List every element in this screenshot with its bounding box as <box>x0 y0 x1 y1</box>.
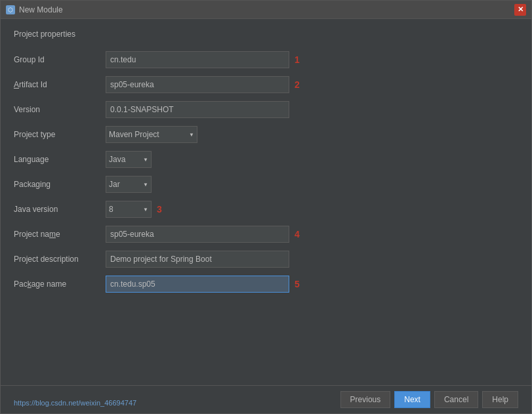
group-id-input[interactable] <box>106 51 289 68</box>
version-row: Version <box>14 99 518 120</box>
title-bar: ⬡ New Module ✕ <box>1 1 531 19</box>
project-type-label: Project type <box>14 130 106 139</box>
java-version-row: Java version 8 11 17 3 <box>14 199 518 220</box>
close-button[interactable]: ✕ <box>514 4 526 16</box>
window-title: New Module <box>19 5 63 14</box>
group-id-badge: 1 <box>295 54 300 65</box>
language-row: Language Java Kotlin Groovy <box>14 149 518 170</box>
language-select[interactable]: Java Kotlin Groovy <box>106 151 152 168</box>
cancel-button[interactable]: Cancel <box>434 391 478 408</box>
version-input[interactable] <box>106 101 289 118</box>
window-icon: ⬡ <box>6 5 15 14</box>
packaging-row: Packaging Jar War <box>14 174 518 195</box>
language-label: Language <box>14 155 106 164</box>
packaging-select-wrapper: Jar War <box>106 176 152 193</box>
project-name-badge: 4 <box>295 229 300 239</box>
package-name-input[interactable] <box>106 276 289 293</box>
artifact-id-input[interactable] <box>106 76 289 93</box>
footer: https://blog.csdn.net/weixin_46694747 Pr… <box>1 385 531 413</box>
artifact-id-row: Artifact Id 2 <box>14 74 518 95</box>
project-name-row: Project name 4 <box>14 224 518 245</box>
project-description-label: Project description <box>14 255 106 264</box>
content-area: Project properties Group Id 1 Artifact I… <box>1 19 531 385</box>
group-id-label: Group Id <box>14 55 106 64</box>
previous-button[interactable]: Previous <box>340 391 391 408</box>
package-name-badge: 5 <box>295 279 300 289</box>
java-version-select[interactable]: 8 11 17 <box>106 201 152 218</box>
title-bar-left: ⬡ New Module <box>6 5 63 14</box>
packaging-select[interactable]: Jar War <box>106 176 152 193</box>
project-description-row: Project description <box>14 249 518 270</box>
project-type-select[interactable]: Maven Project Gradle Project <box>106 126 197 143</box>
project-name-input[interactable] <box>106 226 289 243</box>
project-name-label: Project name <box>14 230 106 239</box>
java-version-label: Java version <box>14 205 106 214</box>
project-type-select-wrapper: Maven Project Gradle Project <box>106 126 197 143</box>
package-name-row: Package name 5 <box>14 274 518 295</box>
next-button[interactable]: Next <box>394 391 430 408</box>
form-area: Group Id 1 Artifact Id 2 Version Project… <box>14 49 518 375</box>
java-version-badge: 3 <box>157 204 162 215</box>
footer-url: https://blog.csdn.net/weixin_46694747 <box>14 399 136 407</box>
packaging-label: Packaging <box>14 180 106 189</box>
java-version-select-wrapper: 8 11 17 <box>106 201 152 218</box>
help-button[interactable]: Help <box>482 391 518 408</box>
artifact-id-label: Artifact Id <box>14 80 106 89</box>
artifact-id-badge: 2 <box>295 79 300 90</box>
language-select-wrapper: Java Kotlin Groovy <box>106 151 152 168</box>
project-type-row: Project type Maven Project Gradle Projec… <box>14 124 518 145</box>
project-description-input[interactable] <box>106 251 289 268</box>
new-module-window: ⬡ New Module ✕ Project properties Group … <box>0 0 532 414</box>
group-id-row: Group Id 1 <box>14 49 518 70</box>
version-label: Version <box>14 105 106 114</box>
package-name-label: Package name <box>14 279 106 289</box>
section-title: Project properties <box>14 30 518 39</box>
